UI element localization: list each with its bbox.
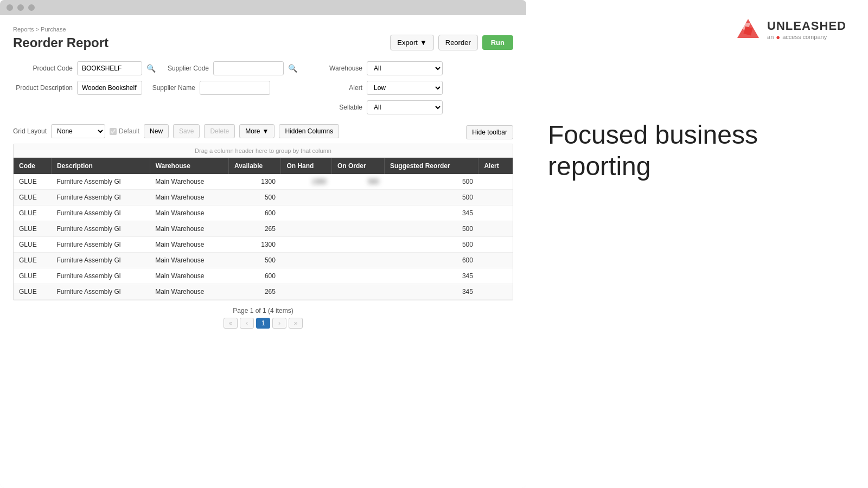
app-content: Reports > Purchase Reorder Report Export… [0, 15, 526, 488]
marketing-line2: reporting [548, 151, 846, 182]
table-header-row: Code Description Warehouse Available On … [14, 158, 513, 174]
table-row: GLUE Furniture Assembly Gl Main Warehous… [14, 284, 513, 300]
col-header-on-order: On Order [331, 158, 384, 174]
more-button[interactable]: More ▼ [239, 124, 275, 138]
cell-suggested-reorder: 500 [384, 221, 478, 237]
table-row: GLUE Furniture Assembly Gl Main Warehous… [14, 190, 513, 206]
cell-code[interactable]: GLUE [14, 174, 51, 190]
cell-on-order: 500 [331, 174, 384, 190]
default-checkbox[interactable] [110, 128, 117, 135]
supplier-code-label: Supplier Code [160, 65, 209, 72]
prev-page-button[interactable]: ‹ [240, 318, 254, 329]
table-row: GLUE Furniture Assembly Gl Main Warehous… [14, 174, 513, 190]
cell-code[interactable]: GLUE [14, 237, 51, 253]
cell-alert [478, 284, 513, 300]
col-header-available: Available [228, 158, 280, 174]
pagination-info: Page 1 of 1 (4 items) [20, 307, 507, 314]
cell-code[interactable]: GLUE [14, 253, 51, 268]
cell-warehouse: Main Warehouse [150, 253, 228, 268]
table-body: GLUE Furniture Assembly Gl Main Warehous… [14, 174, 513, 300]
run-button[interactable]: Run [482, 35, 513, 50]
next-page-button[interactable]: › [272, 318, 286, 329]
product-code-input[interactable] [77, 61, 142, 75]
product-code-label: Product Code [13, 65, 73, 72]
supplier-name-input[interactable] [200, 81, 270, 95]
cell-description[interactable]: Furniture Assembly Gl [51, 206, 150, 221]
cell-alert [478, 221, 513, 237]
grid-layout-select[interactable]: None [51, 124, 105, 138]
titlebar-dot-yellow [17, 4, 24, 11]
sellable-select[interactable]: All Yes No [367, 100, 443, 114]
cell-description[interactable]: Furniture Assembly Gl [51, 284, 150, 300]
cell-on-hand [281, 268, 332, 284]
cell-description[interactable]: Furniture Assembly Gl [51, 253, 150, 268]
supplier-code-search-button[interactable]: 🔍 [288, 64, 297, 73]
table-row: GLUE Furniture Assembly Gl Main Warehous… [14, 237, 513, 253]
cell-alert [478, 190, 513, 206]
table-row: GLUE Furniture Assembly Gl Main Warehous… [14, 253, 513, 268]
cell-available: 600 [228, 268, 280, 284]
first-page-button[interactable]: « [224, 318, 238, 329]
cell-warehouse: Main Warehouse [150, 174, 228, 190]
cell-available: 500 [228, 190, 280, 206]
delete-button[interactable]: Delete [204, 124, 235, 138]
titlebar-dot-red [7, 4, 13, 11]
chevron-down-icon: ▼ [262, 127, 269, 135]
cell-description[interactable]: Furniture Assembly Gl [51, 268, 150, 284]
filter-row-product-code: Product Code 🔍 Supplier Code 🔍 [13, 61, 297, 75]
toolbar-wrapper: Grid Layout None Default New Save Delete… [13, 124, 513, 140]
cell-code[interactable]: GLUE [14, 284, 51, 300]
new-button[interactable]: New [144, 124, 169, 138]
cell-description[interactable]: Furniture Assembly Gl [51, 174, 150, 190]
page-title: Reorder Report [13, 35, 108, 50]
cell-on-order [331, 221, 384, 237]
product-desc-label: Product Description [13, 84, 73, 92]
hide-toolbar-button[interactable]: Hide toolbar [466, 125, 513, 139]
breadcrumb: Reports > Purchase [13, 26, 513, 33]
alert-select[interactable]: Low Medium High None [367, 81, 443, 95]
grid-container: Drag a column header here to group by th… [13, 144, 513, 300]
cell-code[interactable]: GLUE [14, 190, 51, 206]
app-window: Reports > Purchase Reorder Report Export… [0, 0, 526, 488]
cell-code[interactable]: GLUE [14, 221, 51, 237]
cell-warehouse: Main Warehouse [150, 284, 228, 300]
cell-description[interactable]: Furniture Assembly Gl [51, 221, 150, 237]
export-button[interactable]: Export ▼ [390, 35, 433, 50]
page-header: Reorder Report Export ▼ Reorder Run [13, 35, 513, 50]
save-button[interactable]: Save [173, 124, 200, 138]
cell-description[interactable]: Furniture Assembly Gl [51, 237, 150, 253]
pagination-controls: « ‹ 1 › » [20, 318, 507, 329]
cell-suggested-reorder: 345 [384, 268, 478, 284]
data-table: Code Description Warehouse Available On … [14, 158, 513, 300]
col-header-description: Description [51, 158, 150, 174]
product-code-search-button[interactable]: 🔍 [146, 64, 156, 73]
cell-warehouse: Main Warehouse [150, 206, 228, 221]
col-header-on-hand: On Hand [281, 158, 332, 174]
warehouse-label: Warehouse [324, 65, 362, 72]
warehouse-select[interactable]: All Main Warehouse [367, 61, 443, 75]
last-page-button[interactable]: » [289, 318, 303, 329]
reorder-button[interactable]: Reorder [438, 35, 478, 50]
supplier-name-label: Supplier Name [146, 84, 195, 92]
grid-layout-label: Grid Layout [13, 127, 47, 135]
header-actions: Export ▼ Reorder Run [390, 35, 513, 50]
cell-code[interactable]: GLUE [14, 206, 51, 221]
supplier-code-input[interactable] [213, 61, 284, 75]
right-panel: UNLEASHED an ● access company Focused bu… [526, 0, 868, 488]
chevron-down-icon: ▼ [420, 38, 427, 47]
cell-on-hand [281, 206, 332, 221]
page-1-button[interactable]: 1 [256, 318, 270, 329]
cell-suggested-reorder: 500 [384, 190, 478, 206]
logo-name: UNLEASHED [767, 19, 846, 33]
cell-alert [478, 253, 513, 268]
cell-suggested-reorder: 345 [384, 284, 478, 300]
hidden-columns-button[interactable]: Hidden Columns [279, 124, 339, 138]
cell-description[interactable]: Furniture Assembly Gl [51, 190, 150, 206]
cell-on-order [331, 268, 384, 284]
cell-code[interactable]: GLUE [14, 268, 51, 284]
product-desc-input[interactable] [77, 81, 142, 95]
alert-label: Alert [324, 84, 362, 92]
cell-on-hand [281, 253, 332, 268]
filter-row-warehouse: Warehouse All Main Warehouse [324, 61, 443, 75]
cell-available: 500 [228, 253, 280, 268]
